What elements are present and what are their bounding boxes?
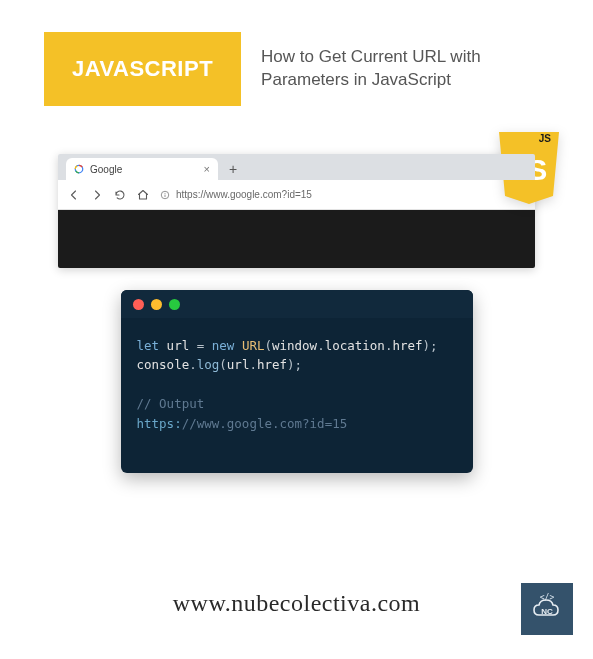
code-prop-href: href bbox=[392, 338, 422, 353]
browser-toolbar: https://www.google.com?id=15 bbox=[58, 180, 535, 210]
code-output-url: //www.google.com?id=15 bbox=[182, 416, 348, 431]
google-favicon-icon bbox=[74, 164, 84, 174]
code-comment: // Output bbox=[137, 396, 205, 411]
window-maximize-dot-icon bbox=[169, 299, 180, 310]
tab-title: Google bbox=[90, 164, 122, 175]
window-minimize-dot-icon bbox=[151, 299, 162, 310]
code-content: let url = new URL(window.location.href);… bbox=[121, 318, 473, 473]
header: JAVASCRIPT How to Get Current URL with P… bbox=[0, 0, 593, 106]
code-window: let url = new URL(window.location.href);… bbox=[121, 290, 473, 473]
js-logo-top-text: JS bbox=[539, 133, 552, 144]
url-text: https://www.google.com?id=15 bbox=[176, 189, 312, 200]
code-close: ); bbox=[423, 338, 438, 353]
code-window-header bbox=[121, 290, 473, 318]
nc-badge-text: NC bbox=[541, 607, 553, 616]
code-dot: . bbox=[317, 338, 325, 353]
code-variable: url bbox=[167, 338, 190, 353]
nc-logo-badge: </> NC bbox=[521, 583, 573, 635]
javascript-badge: JAVASCRIPT bbox=[44, 32, 241, 106]
code-obj-console: console bbox=[137, 357, 190, 372]
code-close: ); bbox=[287, 357, 302, 372]
browser-mockup: Google × + https://www.google.com?id=15 bbox=[58, 154, 535, 268]
code-classname: URL bbox=[242, 338, 265, 353]
code-keyword-let: let bbox=[137, 338, 160, 353]
new-tab-button[interactable]: + bbox=[222, 158, 244, 180]
code-keyword-new: new bbox=[212, 338, 235, 353]
code-output-protocol: https: bbox=[137, 416, 182, 431]
code-paren: ( bbox=[264, 338, 272, 353]
code-obj-location: location bbox=[325, 338, 385, 353]
code-dot: . bbox=[249, 357, 257, 372]
browser-tab[interactable]: Google × bbox=[66, 158, 218, 180]
home-icon[interactable] bbox=[137, 189, 149, 201]
code-paren: ( bbox=[219, 357, 227, 372]
browser-page-content bbox=[58, 210, 535, 268]
reload-icon[interactable] bbox=[114, 189, 126, 201]
window-close-dot-icon bbox=[133, 299, 144, 310]
back-icon[interactable] bbox=[68, 189, 80, 201]
forward-icon[interactable] bbox=[91, 189, 103, 201]
code-prop-href: href bbox=[257, 357, 287, 372]
address-bar[interactable]: https://www.google.com?id=15 bbox=[160, 189, 525, 200]
code-dot: . bbox=[189, 357, 197, 372]
footer-url: www.nubecolectiva.com bbox=[0, 590, 593, 617]
tab-close-icon[interactable]: × bbox=[204, 164, 210, 175]
nc-cloud-icon: </> NC bbox=[527, 589, 567, 629]
code-eq: = bbox=[189, 338, 212, 353]
info-icon bbox=[160, 190, 170, 200]
article-title: How to Get Current URL with Parameters i… bbox=[261, 46, 511, 92]
code-obj-window: window bbox=[272, 338, 317, 353]
browser-tab-strip: Google × + bbox=[58, 154, 535, 180]
code-method-log: log bbox=[197, 357, 220, 372]
code-variable: url bbox=[227, 357, 250, 372]
